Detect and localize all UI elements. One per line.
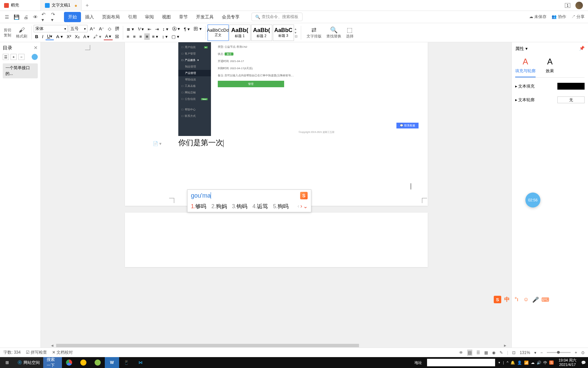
tab-chapter[interactable]: 章节 — [175, 12, 192, 22]
view-write-icon[interactable]: ✎ — [500, 350, 503, 355]
redo-icon[interactable]: ↷ ▾ — [51, 14, 58, 20]
sogou-icon[interactable]: S — [494, 296, 501, 303]
find-icon[interactable]: 🔍 — [330, 26, 338, 34]
ime-cand-3[interactable]: 3.钩码 — [232, 203, 247, 210]
taskbar-vscode[interactable]: ⋈ — [133, 357, 148, 368]
start-button[interactable]: ⊞ — [0, 357, 14, 368]
print-icon[interactable]: 🖨 — [22, 14, 29, 20]
taskbar-app1[interactable] — [76, 357, 91, 368]
nav-tool-3[interactable]: − — [18, 54, 24, 60]
underline-icon[interactable]: U ▾ — [46, 33, 54, 40]
layout-icon[interactable]: ⇄ — [311, 26, 316, 34]
effect-tab[interactable]: A效果 — [546, 57, 554, 77]
menu-icon[interactable]: ☰ — [3, 14, 10, 20]
font-effect-icon[interactable]: A ▾ — [82, 33, 91, 40]
punct-icon[interactable]: °ı — [513, 296, 520, 303]
pin-icon[interactable]: 📌 — [579, 46, 585, 51]
collab-label[interactable]: 👥 协作 — [552, 14, 566, 20]
taskbar-ie[interactable]: ⓔ 网站空间 — [14, 357, 43, 368]
spell-check[interactable]: ☑ 拼写检查 — [26, 350, 47, 355]
ime-toolbar[interactable]: S 中 °ı ☺ 🎤 ⌨ — [494, 296, 549, 303]
size-select[interactable]: 五号▾ — [69, 25, 87, 32]
bold-icon[interactable]: B — [34, 33, 39, 40]
taskbar-clock[interactable]: 19:04 周六 2021/4/17 — [556, 358, 579, 367]
taskbar-search[interactable]: 搜索一下 — [43, 357, 62, 368]
tray-notif-icon[interactable]: 🔔 — [510, 361, 515, 365]
bullets-icon[interactable]: ≣ ▾ — [125, 25, 135, 33]
super-icon[interactable]: X² — [65, 33, 72, 40]
border-icon[interactable]: 田 ▾ — [192, 25, 203, 33]
ime-cand-2[interactable]: 2.狗妈 — [211, 203, 227, 210]
style-h2[interactable]: AaBb(标题 2 — [251, 25, 272, 41]
tab-view[interactable]: 视图 — [158, 12, 175, 22]
shading-icon[interactable]: ▢ ▾ — [170, 33, 181, 40]
fullscreen-icon[interactable]: ⊙ — [581, 350, 585, 355]
tab-ref[interactable]: 引用 — [124, 12, 141, 22]
tab-document[interactable]: 文字文稿1 ● — [41, 0, 82, 11]
marks-icon[interactable]: ¶ ▾ — [182, 25, 191, 33]
tray-wifi-icon[interactable]: 📶 — [524, 361, 529, 365]
view-page-icon[interactable]: ▤ — [467, 350, 472, 356]
font-select[interactable]: 宋体▾ — [34, 25, 68, 32]
tab-vip[interactable]: 会员专享 — [218, 12, 244, 22]
brush-icon[interactable]: 🖌 — [19, 27, 25, 34]
save-icon[interactable]: 💾 — [13, 14, 20, 20]
style-down-icon[interactable]: ▾ — [295, 31, 297, 34]
tray-action-icon[interactable]: 💬 — [581, 361, 586, 365]
close-nav-icon[interactable]: ✕ — [34, 45, 38, 50]
page-icon[interactable]: 📄 ▾ — [153, 141, 162, 146]
tray-lang[interactable]: 中 — [543, 360, 547, 365]
style-body[interactable]: AaBbCcDd正文 — [208, 25, 229, 41]
sub-icon[interactable]: X₂ — [74, 33, 81, 40]
align-center-icon[interactable]: ≡ — [132, 33, 137, 40]
tab-insert[interactable]: 插入 — [81, 12, 98, 22]
taskbar-address-input[interactable] — [427, 359, 495, 366]
style-more-icon[interactable]: ⊟ — [295, 34, 297, 38]
outdent-icon[interactable]: ⇤ — [146, 25, 153, 33]
tray-sogou-icon[interactable]: S — [549, 361, 554, 365]
fill-outline-tab[interactable]: A填充与轮廓 — [515, 57, 536, 77]
align-justify-icon[interactable]: ≡ — [144, 33, 150, 40]
taskbar-chrome[interactable] — [62, 357, 76, 368]
document-canvas[interactable]: □ 用户信息● □ 客户管理 □ 产品服务 ▾ 制品管理 产品管理 帮助信息 □… — [41, 42, 511, 357]
tab-docer[interactable]: 稻壳 — [0, 0, 41, 11]
window-indicator[interactable]: 1 — [565, 3, 570, 8]
scroll-thumb[interactable] — [56, 344, 359, 347]
linespace-icon[interactable]: ↕ ▾ — [161, 25, 170, 33]
text-fill-row[interactable]: ▸ 文本填充 — [515, 83, 585, 90]
share-label[interactable]: ↗ 分享 — [571, 14, 585, 20]
outline-none[interactable]: 无 — [557, 96, 585, 103]
lang-icon[interactable]: 中 — [503, 296, 511, 303]
indent-icon[interactable]: ⇥ — [154, 25, 160, 33]
tray-vol-icon[interactable]: 🔊 — [537, 361, 541, 365]
tray-up-icon[interactable]: ^ — [507, 361, 508, 365]
nav-avatar-icon[interactable] — [32, 54, 38, 60]
view-full-icon[interactable]: ◉ — [492, 350, 495, 355]
tab-layout[interactable]: 页面布局 — [98, 12, 124, 22]
clear-fmt-icon[interactable]: ◇ — [107, 25, 113, 32]
nav-tool-2[interactable]: + — [11, 54, 17, 60]
tab-review[interactable]: 审阅 — [141, 12, 158, 22]
tab-start[interactable]: 开始 — [64, 12, 81, 22]
select-icon[interactable]: ⬚ — [347, 26, 353, 34]
timer-overlay[interactable]: 02:56 — [525, 193, 540, 208]
ime-next-icon[interactable]: › — [300, 203, 302, 210]
style-h1[interactable]: AaBb(标题 1 — [229, 25, 250, 41]
view-outline-icon[interactable]: ☰ — [476, 350, 480, 355]
command-search[interactable]: 🔍 查找命令、搜索模板 — [251, 13, 303, 21]
zoom-value[interactable]: 131% — [520, 350, 530, 355]
style-h3[interactable]: AaBbC标题 3 — [273, 25, 294, 41]
copy-btn[interactable]: 复制 — [4, 33, 11, 38]
taskbar-app2[interactable] — [91, 357, 105, 368]
ime-prev-icon[interactable]: ‹ — [297, 203, 299, 210]
word-count[interactable]: 字数: 334 — [3, 350, 21, 355]
align-left-icon[interactable]: ≡ — [125, 33, 131, 40]
numbering-icon[interactable]: ⅟ ▾ — [136, 25, 145, 33]
taskbar-phone[interactable]: 📱 — [119, 357, 133, 368]
zoom-in-icon[interactable]: + — [575, 350, 577, 355]
ime-cand-1[interactable]: 1.够吗 — [191, 203, 206, 210]
keyboard-icon[interactable]: ⌨ — [541, 296, 549, 303]
ime-cand-5[interactable]: 5.狗吗 — [273, 203, 288, 210]
ime-cand-4[interactable]: 4.诟骂 — [252, 203, 268, 210]
emoji-icon[interactable]: ☺ — [522, 296, 530, 303]
